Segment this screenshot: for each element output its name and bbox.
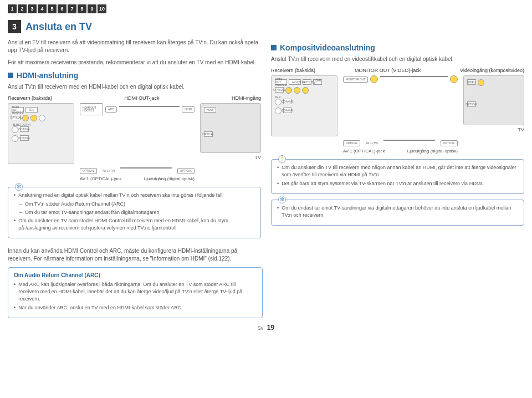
port-coax-c1: COAXIAL — [283, 99, 292, 104]
nav-7[interactable]: 7 — [68, 4, 76, 13]
lbl-av1-optical-jack: AV 1 (OPTICAL)-jack — [80, 176, 121, 181]
nav-6[interactable]: 6 — [58, 4, 66, 13]
arc-head: Om Audio Return Channel (ARC) — [14, 272, 257, 278]
nav-3[interactable]: 3 — [28, 4, 37, 13]
tv-video-jack — [478, 79, 484, 86]
lbl-av1-optical-jack-c: AV 1 (OPTICAL)-jack — [343, 149, 385, 154]
port-optical-1: OPTICAL — [12, 115, 21, 120]
port-audio1-c — [275, 108, 282, 114]
section-title: Ansluta en TV — [25, 21, 92, 33]
plug-hdmiout2: HDMI OUT HDCP2.2 — [80, 103, 103, 115]
tv-hdmi-port: HDMI — [204, 107, 216, 113]
tv-video-port: VIDEO — [467, 79, 476, 85]
left-column: Anslut en TV till receivern så att video… — [8, 39, 261, 244]
plug-video-y — [370, 75, 378, 83]
port-video-1 — [22, 115, 29, 121]
plug-arc: ARC — [105, 106, 117, 113]
note-right: Om du endast tar emot TV-sändningar via … — [271, 200, 524, 226]
nav-1[interactable]: 1 — [8, 4, 17, 13]
lbl-tv: TV — [254, 155, 261, 160]
lbl-vin: Videoingång (kompositvideo) — [460, 68, 524, 73]
warn-b1: Om du ansluter din TV till receivern med… — [282, 164, 518, 178]
section-number: 3 — [8, 20, 21, 33]
warn-box: ! Om du ansluter din TV till receivern m… — [271, 159, 524, 194]
port-coax1: COAXIAL — [20, 126, 29, 132]
lbl-receiver-c: Receivern (baksida) — [271, 68, 315, 73]
plug-optical-tv: OPTICAL — [177, 168, 195, 174]
receiver-panel: HDMI OUT HDCP2.2 ARC OPTICAL (BLUETOOTH)… — [8, 103, 74, 164]
lbl-monout: MONITOR OUT (VIDEO)-jack — [355, 68, 421, 73]
note-left-s1: Om TV:n stöder Audio Return Channel (ARC… — [25, 201, 125, 208]
nav-2[interactable]: 2 — [18, 4, 27, 13]
port-hdmi-out-c: HDMI OUT HDCP2.2 — [275, 79, 287, 85]
arc-b1: Med ARC kan ljudsignaler överföras i båd… — [18, 281, 257, 303]
port-audio1 — [12, 135, 18, 142]
arc-b2: När du använder ARC, anslut en TV med en… — [18, 304, 182, 312]
hdmi-heading: HDMI-anslutning — [8, 71, 261, 80]
note-left-intro: Anslutning med en digital optisk kabel m… — [18, 192, 224, 199]
port-hdmi-out: HDMI OUT HDCP2.2 — [12, 107, 24, 113]
note-left: Anslutning med en digital optisk kabel m… — [8, 187, 261, 238]
port-hdmi1 — [39, 115, 45, 121]
tv-optical-port-c: OPTICAL — [467, 101, 476, 107]
lbl-av1tv: AV 1 (TV) — [103, 170, 115, 172]
nav-9[interactable]: 9 — [88, 4, 96, 13]
nav-8[interactable]: 8 — [78, 4, 86, 13]
plug-optical: OPTICAL — [80, 168, 97, 174]
plug-monout: MONITOR OUT — [343, 76, 368, 83]
star-icon — [15, 183, 23, 191]
note-left-s2: Om du tar emot TV-sändningar endast från… — [25, 209, 159, 216]
comp-heading: Kompositvideoanslutning — [271, 43, 524, 52]
section-header: 3 Ansluta en TV — [8, 20, 524, 33]
plug-optical-c: OPTICAL — [343, 140, 360, 146]
port-video-2 — [30, 115, 37, 121]
port-arc: ARC — [25, 107, 38, 113]
lbl-audio-out-c: Ljudutgång (digital optisk) — [407, 149, 458, 154]
comp-desc: Anslut TV:n till receivern med en videos… — [271, 55, 524, 63]
port-av3-c — [275, 99, 282, 105]
lbl-receiver: Receivern (baksida) — [8, 95, 52, 101]
lbl-hdmi-in: HDMI-ingång — [232, 95, 261, 101]
port-optical-c: OPTICAL — [275, 87, 284, 93]
port-bt-c: (BLUETOOTH) — [303, 79, 311, 85]
plug-optical-tvc: OPTICAL — [441, 140, 458, 146]
plug-hdmi-in: HDMI — [182, 106, 195, 113]
page-nav: 1 2 3 4 5 6 7 8 9 10 — [8, 4, 524, 13]
port-av2 — [12, 126, 18, 133]
pre-arc: Innan du kan använda HDMI Control och AR… — [8, 247, 263, 263]
port-coax2: COAXIAL — [20, 135, 29, 141]
page-footer: Sv 19 — [8, 324, 524, 331]
nav-10[interactable]: 10 — [98, 4, 106, 13]
port-video-c2 — [294, 87, 300, 94]
bottom-block: Innan du kan använda HDMI Control och AR… — [8, 247, 263, 318]
note-right-b1: Om du endast tar emot TV-sändningar via … — [282, 205, 518, 219]
right-column: Kompositvideoanslutning Anslut TV:n till… — [271, 39, 524, 244]
port-hdmi1-c: HDMI 1 — [313, 79, 322, 85]
port-video-c1 — [285, 87, 292, 94]
port-coax-c2: COAXIAL — [283, 108, 292, 113]
intro-p1: Anslut en TV till receivern så att video… — [8, 39, 261, 54]
foot-lang: Sv — [258, 325, 264, 331]
note-left-b2: Om du ansluter en TV som stöder HDMI Con… — [18, 217, 255, 232]
plug-video-y2 — [450, 75, 458, 83]
tv-panel: HDMI OPTICAL — [200, 103, 261, 153]
lbl-av1tv-c: AV 1 (TV) — [366, 142, 378, 145]
hdmi-desc: Anslut TV:n till receivern med en HDMI-k… — [8, 83, 261, 91]
foot-page: 19 — [267, 324, 274, 331]
port-monout — [302, 87, 309, 94]
lbl-tv-c: TV — [518, 127, 524, 132]
intro-p2: För att maximera receiverns prestanda, r… — [8, 59, 261, 67]
lbl-hdmiout-jack: HDMI OUT-jack — [125, 95, 160, 101]
receiver-panel-c: HDMI OUT HDCP2.2 ARC (BLUETOOTH) HDMI 1 … — [271, 75, 337, 136]
star-icon-2 — [278, 196, 286, 203]
warn-icon: ! — [278, 155, 286, 163]
tv-panel-c: VIDEO OPTICAL — [463, 75, 524, 125]
tv-optical-port: OPTICAL — [204, 131, 213, 137]
warn-b2: Det går bara att styra systemet via TV-s… — [282, 180, 483, 187]
lbl-audio-out: Ljudutgång (digital optisk) — [144, 176, 195, 181]
arc-box: Om Audio Return Channel (ARC) Med ARC ka… — [8, 267, 263, 318]
hdmi-diagram: Receivern (baksida) HDMI OUT-jack HDMI-i… — [8, 95, 261, 181]
nav-5[interactable]: 5 — [48, 4, 57, 13]
nav-4[interactable]: 4 — [38, 4, 47, 13]
composite-diagram: Receivern (baksida) MONITOR OUT (VIDEO)-… — [271, 68, 524, 154]
